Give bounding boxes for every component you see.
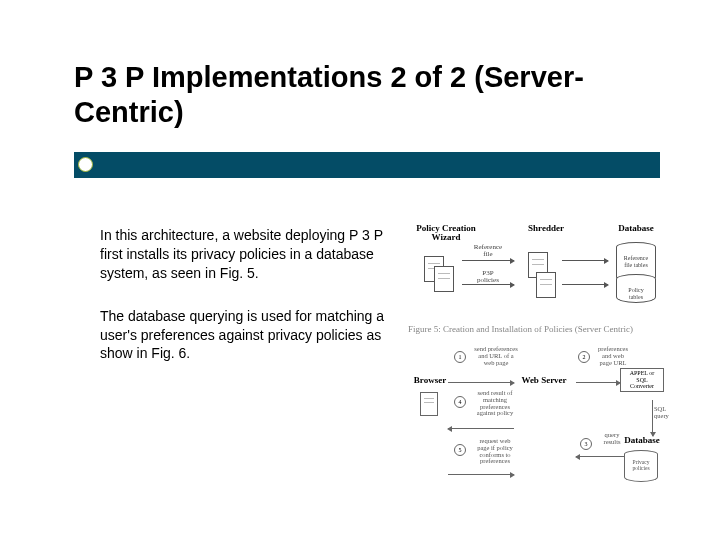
fig5-head-shredder: Shredder bbox=[518, 224, 574, 233]
fig5-head-wizard: Policy Creation Wizard bbox=[408, 224, 484, 243]
fig6-label-step3: query results bbox=[592, 432, 632, 446]
step-number-icon: 1 bbox=[454, 351, 466, 363]
arrow-icon bbox=[576, 382, 620, 383]
fig6-label-step2: preferences and web page URL bbox=[590, 346, 636, 366]
fig5-label-p3p: P3P policies bbox=[462, 270, 514, 285]
body-text: In this architecture, a website deployin… bbox=[100, 226, 390, 387]
slide: P 3 P Implementations 2 of 2 (Server-Cen… bbox=[0, 0, 720, 540]
rule-dot-icon bbox=[78, 157, 93, 172]
arrow-icon bbox=[576, 456, 624, 457]
arrow-icon bbox=[448, 382, 514, 383]
figure-5-diagram: Policy Creation Wizard Shredder Database… bbox=[408, 224, 666, 312]
arrow-icon bbox=[448, 474, 514, 475]
fig5-head-database: Database bbox=[608, 224, 664, 233]
paragraph-2: The database querying is used for matchi… bbox=[100, 307, 390, 364]
step-number-icon: 2 bbox=[578, 351, 590, 363]
paragraph-1: In this architecture, a website deployin… bbox=[100, 226, 390, 283]
document-icon bbox=[434, 266, 454, 292]
arrow-icon bbox=[562, 260, 608, 261]
step-number-icon: 4 bbox=[454, 396, 466, 408]
document-icon bbox=[420, 392, 438, 416]
title-rule bbox=[74, 152, 660, 178]
database-icon: Policy tables bbox=[616, 274, 656, 320]
figure-6-diagram: Browser Web Server APPEL or SQL Converte… bbox=[408, 346, 666, 504]
fig6-label-step4: send result of matching preferences agai… bbox=[466, 390, 524, 417]
fig6-label-step1: send preferences and URL of a web page bbox=[466, 346, 526, 366]
document-icon bbox=[536, 272, 556, 298]
fig6-node-appel: APPEL or SQL Converter bbox=[620, 368, 664, 392]
fig5-db-bot: Policy tables bbox=[616, 279, 656, 303]
arrow-icon bbox=[448, 428, 514, 429]
arrow-icon bbox=[562, 284, 608, 285]
slide-title: P 3 P Implementations 2 of 2 (Server-Cen… bbox=[74, 60, 634, 130]
database-icon: Privacy policies bbox=[624, 450, 658, 482]
arrow-icon bbox=[652, 400, 653, 436]
fig6-node-browser: Browser bbox=[408, 376, 452, 385]
step-number-icon: 3 bbox=[580, 438, 592, 450]
fig6-label-sql: SQL query bbox=[654, 406, 674, 420]
figure-5-caption: Figure 5: Creation and Installation of P… bbox=[408, 324, 666, 334]
step-number-icon: 5 bbox=[454, 444, 466, 456]
fig6-label-step5: request web page if policy conforms to p… bbox=[466, 438, 524, 465]
fig6-db-label: Privacy policies bbox=[624, 454, 658, 482]
fig5-label-reffile: Reference file bbox=[462, 244, 514, 259]
fig6-node-webserver: Web Server bbox=[512, 376, 576, 385]
arrow-icon bbox=[462, 260, 514, 261]
